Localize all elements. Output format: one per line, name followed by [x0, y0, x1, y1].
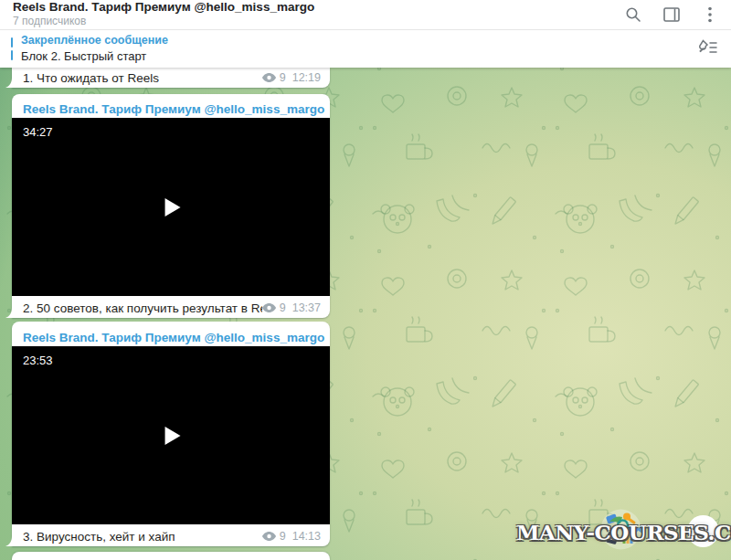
message-caption: 1. Что ожидать от Reels	[23, 71, 159, 85]
watermark-text: MANY-COURSES.COM	[516, 520, 731, 544]
message-meta: 9 14:13	[262, 530, 321, 543]
pinned-list-icon[interactable]	[696, 39, 718, 59]
channel-name-link[interactable]: Reels Brand. Тариф Премиум @hello_miss_m…	[12, 322, 330, 346]
video-player[interactable]: 23:53	[12, 346, 330, 524]
search-icon[interactable]	[625, 6, 641, 23]
views-eye-icon	[262, 532, 276, 541]
play-icon[interactable]	[165, 198, 181, 217]
message-caption: 2. 50 советов, как получить результат в …	[23, 301, 262, 315]
pinned-message-bar[interactable]: Закреплённое сообщение Блок 2. Быстрый с…	[0, 30, 731, 68]
views-count: 9	[280, 530, 286, 543]
bubble-tail	[5, 308, 12, 318]
channel-name-link[interactable]: Reels Brand. Тариф Премиум @hello_miss_m…	[12, 94, 330, 118]
message-bubble-partial-top[interactable]: 1. Что ожидать от Reels 9 12:19	[12, 68, 330, 88]
video-duration: 34:27	[23, 125, 53, 139]
telegram-window: Reels Brand. Тариф Премиум @hello_miss_m…	[0, 0, 731, 560]
message-time: 14:13	[292, 530, 321, 543]
chat-header-titles[interactable]: Reels Brand. Тариф Премиум @hello_miss_m…	[13, 1, 314, 27]
views-count: 9	[280, 301, 286, 314]
message-bubble-video-1[interactable]: Reels Brand. Тариф Премиум @hello_miss_m…	[12, 94, 330, 318]
chat-subscribers-count: 7 подписчиков	[13, 16, 314, 27]
video-duration: 23:53	[23, 354, 53, 367]
message-meta: 9 12:19	[262, 71, 321, 84]
bubble-tail	[5, 536, 12, 546]
chat-header-bar[interactable]: Reels Brand. Тариф Премиум @hello_miss_m…	[0, 0, 731, 30]
message-caption: 3. Вирусность, хейт и хайп	[23, 530, 175, 544]
video-player[interactable]: 34:27	[12, 118, 330, 296]
sidebar-toggle-icon[interactable]	[663, 6, 680, 23]
message-bubble-partial-bottom[interactable]	[12, 552, 330, 560]
message-time: 13:37	[292, 301, 321, 314]
views-eye-icon	[262, 303, 276, 312]
pinned-message-label: Закреплённое сообщение	[21, 34, 168, 48]
menu-dots-icon[interactable]	[702, 6, 718, 23]
play-icon[interactable]	[165, 427, 181, 445]
bubble-tail	[5, 78, 12, 88]
views-eye-icon	[262, 73, 276, 82]
message-bubble-video-2[interactable]: Reels Brand. Тариф Премиум @hello_miss_m…	[12, 322, 330, 546]
chat-title: Reels Brand. Тариф Премиум @hello_miss_m…	[13, 1, 314, 15]
message-time: 12:19	[292, 71, 321, 84]
views-count: 9	[280, 71, 286, 84]
message-meta: 9 13:37	[262, 301, 321, 314]
pinned-accent-lines	[11, 37, 13, 60]
pinned-message-text: Блок 2. Быстрый старт	[21, 49, 168, 64]
